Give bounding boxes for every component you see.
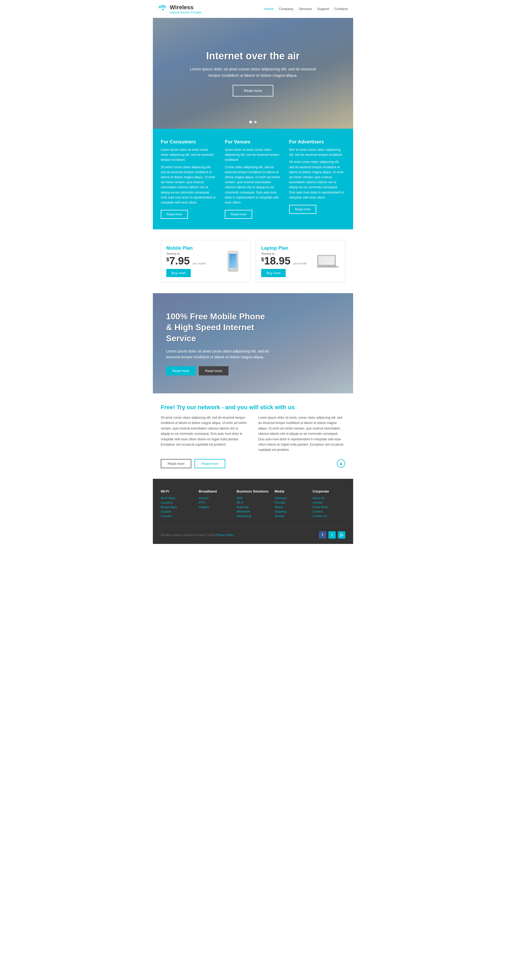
feature-consumers-cta[interactable]: Read more bbox=[161, 210, 188, 219]
feature-consumers-title: For Consumers bbox=[161, 139, 217, 145]
footer-business: Business Solutions DAS Wi-Fi Roaming Who… bbox=[237, 489, 269, 519]
mobile-plan-image bbox=[221, 250, 245, 273]
hero-dot-1[interactable] bbox=[249, 121, 252, 123]
footer-business-title: Business Solutions bbox=[237, 489, 269, 493]
promo-content: 100% Free Mobile Phone & High Speed Inte… bbox=[166, 311, 340, 376]
free-network-col1: Sit amet conse ctetur adipiscing elit, s… bbox=[161, 415, 248, 453]
free-network-cta1-button[interactable]: Read more bbox=[161, 459, 191, 468]
footer-broadband: Broadband Internet IPTV Support bbox=[199, 489, 232, 519]
phone-icon bbox=[228, 251, 238, 272]
footer-business-link-4[interactable]: Advertising bbox=[237, 514, 269, 517]
free-network-footer: Read more Read more ▲ bbox=[161, 459, 345, 468]
footer-wifi: Wi-Fi Wi-Fi Plans Locations Boingo Apps … bbox=[161, 489, 194, 519]
feature-venues: For Venues Ipsum dolor sit amet conse ct… bbox=[225, 139, 281, 219]
header: Wireless Internet Service Provider Home … bbox=[153, 0, 353, 18]
laptop-base bbox=[317, 266, 338, 267]
feature-venues-detail: Conse ctetur adipiscing elit, sed do eiu… bbox=[225, 165, 281, 205]
hero-description: Lorem ipsum dolor sit amet conse ctetur … bbox=[187, 66, 319, 79]
hero-cta-button[interactable]: Read more bbox=[233, 85, 273, 97]
free-network-title: Free! Try our network - and you will sti… bbox=[161, 404, 345, 411]
social-icons: f t bbox=[319, 531, 345, 539]
laptop-plan-buy-button[interactable]: Buy now! bbox=[261, 269, 286, 277]
laptop-plan-image bbox=[316, 250, 340, 273]
feature-advertisers: For Advertisers Dlor sit amet conse ctet… bbox=[289, 139, 345, 219]
feature-advertisers-title: For Advertisers bbox=[289, 139, 345, 145]
feature-consumers-detail: Sit amet conse ctetur adipiscing elit, s… bbox=[161, 165, 217, 205]
footer-copyright: Wireless Internet Service Provider © 201… bbox=[161, 533, 234, 536]
promo-buttons: Read more Read more bbox=[166, 366, 340, 375]
feature-venues-cta[interactable]: Read more bbox=[225, 210, 252, 219]
wifi-icon bbox=[158, 3, 168, 14]
mobile-plan-name: Mobile Plan bbox=[166, 245, 219, 251]
brand-tagline: Internet Service Provider bbox=[170, 11, 201, 14]
footer-broadband-link-0[interactable]: Internet bbox=[199, 496, 232, 500]
footer-media-link-0[interactable]: Overview bbox=[274, 496, 307, 500]
feature-advertisers-cta[interactable]: Read more bbox=[289, 205, 316, 214]
feature-advertisers-detail: Sit amet conse ctetur adipiscing elit, s… bbox=[289, 159, 345, 200]
footer-broadband-link-2[interactable]: Support bbox=[199, 506, 232, 509]
promo-cta1-button[interactable]: Read more bbox=[166, 366, 195, 375]
nav-contacts[interactable]: Contacts bbox=[335, 7, 348, 11]
nav-support[interactable]: Support bbox=[317, 7, 329, 11]
footer-media-link-2[interactable]: Reach bbox=[274, 506, 307, 509]
footer-corporate: Corporate About Us Investor Press Room C… bbox=[312, 489, 345, 519]
footer-wifi-link-4[interactable]: Connect bbox=[161, 514, 194, 517]
nav-home[interactable]: Home bbox=[264, 7, 274, 11]
footer-business-link-1[interactable]: Wi-Fi bbox=[237, 501, 269, 504]
feature-advertisers-intro: Dlor sit amet conse ctetur adipisicing e… bbox=[289, 147, 345, 158]
footer-business-link-2[interactable]: Roaming bbox=[237, 506, 269, 509]
footer-wifi-link-3[interactable]: Support bbox=[161, 510, 194, 513]
footer-media-link-4[interactable]: Results bbox=[274, 514, 307, 517]
svg-point-3 bbox=[340, 536, 341, 536]
footer-corporate-link-0[interactable]: About Us bbox=[312, 496, 345, 500]
footer-corporate-link-3[interactable]: Careers bbox=[312, 510, 345, 513]
logo-text: Wireless Internet Service Provider bbox=[170, 4, 201, 14]
feature-venues-intro: Ipsum dolor sit amet conse ctetur adipis… bbox=[225, 147, 281, 163]
mobile-plan-card: Mobile Plan Starting at $7.95 per month … bbox=[161, 240, 251, 283]
footer-wifi-link-1[interactable]: Locations bbox=[161, 501, 194, 504]
laptop-plan-price: $18.95 per month bbox=[261, 255, 313, 266]
footer-business-link-0[interactable]: DAS bbox=[237, 496, 269, 500]
footer-corporate-link-2[interactable]: Press Room bbox=[312, 506, 345, 509]
footer-broadband-link-1[interactable]: IPTV bbox=[199, 501, 232, 504]
nav-services[interactable]: Services bbox=[298, 7, 312, 11]
free-network-section: Free! Try our network - and you will sti… bbox=[153, 393, 353, 479]
rss-icon[interactable] bbox=[338, 531, 345, 539]
hero-dots bbox=[249, 121, 257, 123]
footer-wifi-link-2[interactable]: Boingo Apps bbox=[161, 506, 194, 509]
free-network-buttons: Read more Read more bbox=[161, 459, 225, 468]
promo-title: 100% Free Mobile Phone & High Speed Inte… bbox=[166, 311, 271, 344]
scroll-top-button[interactable]: ▲ bbox=[337, 459, 345, 468]
footer-corporate-link-4[interactable]: Contact Us bbox=[312, 514, 345, 517]
facebook-icon[interactable]: f bbox=[319, 531, 326, 539]
promo-description: Lorem ipsum dolor sit amet conse ctetur … bbox=[166, 348, 277, 360]
footer-privacy-link[interactable]: Privacy Policy bbox=[216, 533, 233, 536]
nav-company[interactable]: Company bbox=[279, 7, 293, 11]
hero-dot-2[interactable] bbox=[254, 121, 257, 123]
footer-media-link-3[interactable]: Targeting bbox=[274, 510, 307, 513]
twitter-icon[interactable]: t bbox=[328, 531, 336, 539]
footer-media: Media Overview Formats Reach Targeting R… bbox=[274, 489, 307, 519]
free-network-cta2-button[interactable]: Read more bbox=[195, 459, 225, 468]
laptop-plan-name: Laptop Plan bbox=[261, 245, 313, 251]
promo-banner: 100% Free Mobile Phone & High Speed Inte… bbox=[153, 293, 353, 393]
footer-wifi-link-0[interactable]: Wi-Fi Plans bbox=[161, 496, 194, 500]
footer-bottom: Wireless Internet Service Provider © 201… bbox=[161, 527, 345, 539]
hero-content: Internet over the air Lorem ipsum dolor … bbox=[176, 50, 330, 97]
mobile-plan-buy-button[interactable]: Buy now! bbox=[166, 269, 191, 277]
footer-wifi-title: Wi-Fi bbox=[161, 489, 194, 493]
plans-section: Mobile Plan Starting at $7.95 per month … bbox=[153, 229, 353, 293]
laptop-plan-info: Laptop Plan Starting at $18.95 per month… bbox=[261, 245, 313, 277]
feature-consumers-intro: Lorem ipsum dolor sit amet conse ctetur … bbox=[161, 147, 217, 163]
footer-media-link-1[interactable]: Formats bbox=[274, 501, 307, 504]
footer-columns: Wi-Fi Wi-Fi Plans Locations Boingo Apps … bbox=[161, 489, 345, 519]
free-network-col2: Lorem ipsum dolor sit amet, conse ctetur… bbox=[258, 415, 345, 453]
promo-cta2-button[interactable]: Read more bbox=[199, 366, 228, 375]
mobile-plan-price: $7.95 per month bbox=[166, 255, 219, 266]
brand-name: Wireless bbox=[170, 4, 201, 11]
footer-corporate-link-1[interactable]: Investor bbox=[312, 501, 345, 504]
feature-consumers: For Consumers Lorem ipsum dolor sit amet… bbox=[161, 139, 217, 219]
logo: Wireless Internet Service Provider bbox=[158, 3, 201, 14]
footer-business-link-3[interactable]: Wholesale bbox=[237, 510, 269, 513]
features-section: For Consumers Lorem ipsum dolor sit amet… bbox=[153, 129, 353, 229]
